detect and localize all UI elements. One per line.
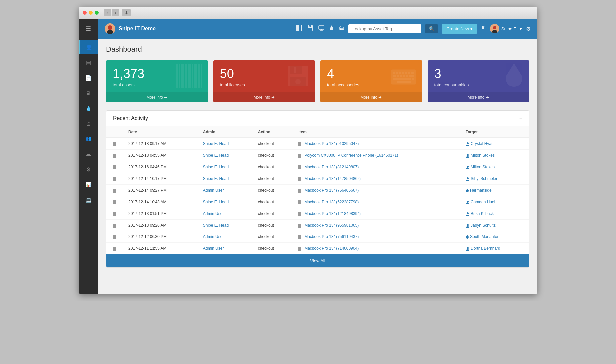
table-cell-item: Macbook Pro 13" (812149807) bbox=[293, 161, 461, 173]
item-link[interactable]: Macbook Pro 13" (622287798) bbox=[304, 200, 359, 204]
svg-rect-57 bbox=[397, 81, 411, 83]
svg-rect-121 bbox=[303, 189, 303, 193]
admin-link[interactable]: Admin User bbox=[203, 246, 224, 251]
svg-rect-6 bbox=[298, 25, 299, 31]
svg-rect-154 bbox=[298, 224, 299, 228]
svg-point-96 bbox=[467, 166, 469, 168]
svg-rect-31 bbox=[192, 64, 193, 88]
admin-link[interactable]: Snipe E. Head bbox=[203, 200, 229, 204]
more-info-assets[interactable]: More Info ➜ bbox=[106, 92, 208, 102]
floppy-nav-icon[interactable] bbox=[308, 25, 313, 32]
sidebar-item-people[interactable]: 👥 bbox=[79, 132, 98, 146]
svg-rect-161 bbox=[112, 235, 112, 239]
sidebar-item-menu[interactable]: ☰ bbox=[79, 21, 98, 36]
back-button[interactable]: ‹ bbox=[104, 9, 111, 16]
svg-rect-88 bbox=[115, 165, 116, 169]
share-icon[interactable]: ⚙ bbox=[526, 26, 531, 32]
svg-rect-158 bbox=[302, 224, 302, 228]
item-link[interactable]: Macbook Pro 13" (955981065) bbox=[304, 223, 359, 228]
more-info-licenses[interactable]: More Info ➜ bbox=[213, 92, 315, 102]
user-menu[interactable]: Snipe E. ▾ bbox=[490, 24, 522, 33]
display-nav-icon[interactable] bbox=[318, 25, 324, 32]
admin-link[interactable]: Snipe E. Head bbox=[203, 153, 229, 158]
target-link[interactable]: Milton Stokes bbox=[471, 165, 495, 169]
svg-rect-75 bbox=[115, 154, 116, 158]
admin-link[interactable]: Snipe E. Head bbox=[203, 223, 229, 228]
target-link[interactable]: Camden Huel bbox=[471, 200, 495, 204]
search-input[interactable] bbox=[348, 24, 421, 33]
sidebar-item-laptop[interactable]: 💻 bbox=[79, 193, 98, 207]
admin-link[interactable]: Snipe E. Head bbox=[203, 165, 229, 169]
svg-rect-172 bbox=[303, 235, 303, 239]
target-link[interactable]: Milton Stokes bbox=[471, 153, 495, 158]
target-link[interactable]: Sibyl Schmeler bbox=[471, 176, 497, 181]
target-link[interactable]: Crystal Hyatt bbox=[471, 141, 494, 146]
view-all-button[interactable]: View All bbox=[106, 254, 529, 267]
item-link[interactable]: Macbook Pro 13" (756405667) bbox=[304, 188, 359, 193]
svg-rect-162 bbox=[113, 235, 113, 239]
svg-rect-65 bbox=[299, 142, 300, 146]
item-link[interactable]: Macbook Pro 13" (1218498394) bbox=[304, 211, 361, 216]
svg-rect-15 bbox=[319, 26, 324, 29]
sidebar-item-reports[interactable]: 📊 bbox=[79, 177, 98, 192]
svg-rect-5 bbox=[297, 25, 298, 31]
svg-point-23 bbox=[492, 30, 497, 33]
sidebar-item-licenses[interactable]: 📄 bbox=[79, 70, 98, 85]
close-button[interactable] bbox=[83, 11, 87, 15]
table-cell-date: 2017-12-12 06:30 PM bbox=[123, 231, 198, 242]
item-link[interactable]: Macbook Pro 13" (812149807) bbox=[304, 165, 359, 169]
admin-link[interactable]: Snipe E. Head bbox=[203, 176, 229, 181]
svg-rect-55 bbox=[393, 78, 411, 80]
barcode-nav-icon[interactable] bbox=[296, 25, 302, 32]
item-link[interactable]: Polycom CX3000 IP Conference Phone (1614… bbox=[304, 153, 398, 158]
item-link[interactable]: Macbook Pro 13" (756119437) bbox=[304, 234, 359, 239]
search-button[interactable]: 🔍 bbox=[425, 24, 438, 33]
item-link[interactable]: Macbook Pro 13" (910295047) bbox=[304, 141, 359, 146]
admin-link[interactable]: Admin User bbox=[203, 188, 224, 193]
admin-link[interactable]: Snipe E. Head bbox=[203, 141, 229, 146]
item-link[interactable]: Macbook Pro 13" (714000904) bbox=[304, 246, 359, 251]
table-row: 2017-12-12 06:30 PM Admin User checkout … bbox=[106, 231, 529, 242]
table-cell-target: Jadyn Schultz bbox=[461, 219, 529, 231]
sidebar-item-consumables[interactable]: 💧 bbox=[79, 101, 98, 116]
table-cell-action: checkout bbox=[253, 173, 293, 184]
svg-rect-129 bbox=[299, 200, 300, 204]
print-nav-icon[interactable] bbox=[339, 25, 344, 32]
table-cell-barcode bbox=[106, 208, 123, 219]
target-link[interactable]: Dortha Bernhard bbox=[471, 246, 500, 251]
sidebar-item-assets[interactable]: ▤ bbox=[79, 55, 98, 70]
sidebar-item-dashboard[interactable]: 👤 bbox=[79, 40, 98, 54]
svg-rect-180 bbox=[299, 247, 300, 251]
maximize-button[interactable] bbox=[95, 11, 99, 15]
admin-link[interactable]: Admin User bbox=[203, 234, 224, 239]
svg-rect-133 bbox=[303, 200, 303, 204]
table-cell-barcode bbox=[106, 184, 123, 196]
table-cell-target: Hermanside bbox=[461, 184, 529, 196]
target-link[interactable]: Brisa Kilback bbox=[471, 211, 494, 216]
svg-rect-56 bbox=[412, 78, 414, 80]
svg-point-21 bbox=[493, 26, 496, 29]
tint-nav-icon[interactable] bbox=[330, 25, 334, 32]
minimize-button[interactable] bbox=[89, 11, 93, 15]
more-info-accessories[interactable]: More Info ➜ bbox=[320, 92, 422, 102]
sidebar-item-accessories[interactable]: 🖥 bbox=[79, 86, 98, 100]
download-button[interactable]: ⬇ bbox=[122, 9, 131, 16]
svg-rect-72 bbox=[113, 154, 113, 158]
admin-link[interactable]: Admin User bbox=[203, 211, 224, 216]
sidebar-item-cloud[interactable]: ☁ bbox=[79, 147, 98, 161]
table-cell-item: Macbook Pro 13" (622287798) bbox=[293, 196, 461, 208]
forward-button[interactable]: › bbox=[112, 9, 119, 16]
collapse-button[interactable]: − bbox=[519, 115, 522, 121]
svg-rect-130 bbox=[300, 200, 301, 204]
target-link[interactable]: South Marianfort bbox=[470, 234, 500, 239]
sidebar-item-components[interactable]: 🖨 bbox=[79, 116, 98, 131]
flag-icon[interactable] bbox=[481, 26, 486, 32]
target-link[interactable]: Hermanside bbox=[470, 188, 492, 193]
more-info-consumables[interactable]: More Info ➜ bbox=[428, 92, 530, 102]
svg-rect-101 bbox=[115, 177, 116, 181]
svg-rect-152 bbox=[115, 224, 116, 228]
create-new-button[interactable]: Create New ▾ bbox=[442, 24, 477, 34]
target-link[interactable]: Jadyn Schultz bbox=[471, 223, 496, 228]
sidebar-item-settings[interactable]: ⚙ bbox=[79, 162, 98, 177]
item-link[interactable]: Macbook Pro 13" (1478504862) bbox=[304, 176, 361, 181]
